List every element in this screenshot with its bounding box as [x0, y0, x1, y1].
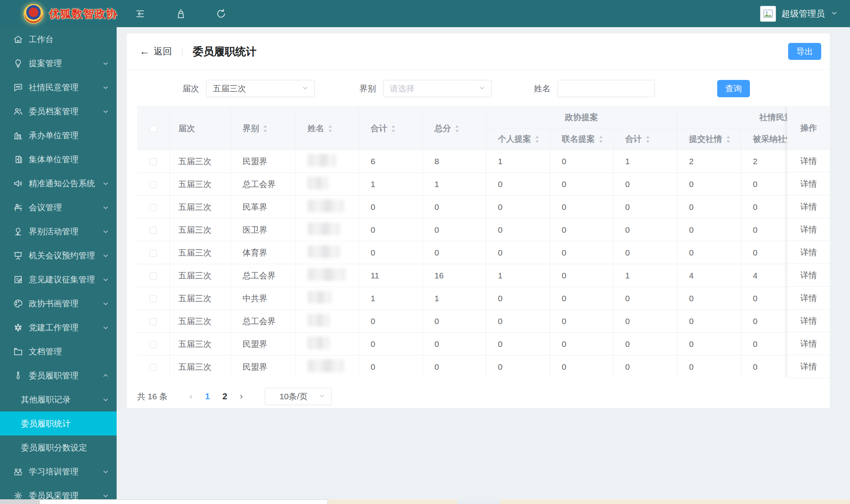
- col-joint-proposal[interactable]: 联名提案: [550, 128, 613, 150]
- row-checkbox[interactable]: [150, 341, 157, 348]
- export-button[interactable]: 导出: [788, 43, 821, 60]
- sidebar-item-label: 社情民意管理: [29, 82, 102, 93]
- detail-link[interactable]: 详情: [787, 150, 830, 172]
- sidebar-item-4[interactable]: 承办单位管理: [0, 123, 117, 147]
- sidebar-item-15[interactable]: 学习培训管理: [0, 460, 117, 484]
- col-submitted-opinion[interactable]: 提交社情: [677, 128, 741, 150]
- row-checkbox[interactable]: [150, 250, 157, 257]
- sidebar-item-5[interactable]: 集体单位管理: [0, 147, 117, 171]
- clean-cache-icon[interactable]: [175, 8, 187, 20]
- sort-icon[interactable]: [534, 135, 540, 144]
- page-number-1[interactable]: 1: [199, 391, 216, 401]
- detail-link[interactable]: 详情: [787, 287, 830, 309]
- detail-link[interactable]: 详情: [787, 309, 830, 332]
- filter-bar: 届次 五届三次 界别 请选择 姓名 查询: [127, 70, 830, 107]
- sidebar-item-9[interactable]: 机关会议预约管理: [0, 243, 117, 267]
- cell-score: 0: [422, 333, 486, 356]
- col-name[interactable]: 姓名: [296, 107, 359, 150]
- detail-link[interactable]: 详情: [787, 241, 830, 264]
- pagination-total: 共 16 条: [137, 391, 167, 402]
- row-checkbox[interactable]: [150, 295, 157, 302]
- col-proposal-total[interactable]: 合计: [613, 128, 677, 150]
- user-menu[interactable]: 超级管理员: [760, 6, 838, 22]
- chevron-down-icon: [301, 84, 309, 94]
- cell-submitted-opinion: 4: [677, 264, 741, 287]
- sidebar-item-11[interactable]: 政协书画管理: [0, 291, 117, 315]
- row-checkbox[interactable]: [150, 158, 157, 165]
- col-total[interactable]: 合计: [359, 107, 422, 150]
- cell-submitted-opinion: 0: [677, 241, 741, 264]
- sidebar-item-8[interactable]: 界别活动管理: [0, 219, 117, 243]
- cell-session: 五届三次: [169, 310, 231, 333]
- sidebar-item-1[interactable]: 提案管理: [0, 51, 117, 75]
- sidebar-item-16[interactable]: 委员风采管理: [0, 484, 117, 499]
- chevron-up-icon: [102, 372, 110, 380]
- cell-sector: 民盟界: [231, 333, 296, 356]
- detail-link[interactable]: 详情: [787, 195, 830, 218]
- collapse-sidebar-icon[interactable]: [135, 8, 147, 20]
- sidebar-item-3[interactable]: 委员档案管理: [0, 99, 117, 123]
- sidebar-item-12[interactable]: 党建工作管理: [0, 315, 117, 339]
- notice-icon: [13, 178, 23, 189]
- sort-icon[interactable]: [725, 135, 731, 144]
- row-checkbox[interactable]: [150, 318, 157, 325]
- stats-table-grid: 届次 界别 姓名 合计 总分 政协提案 社情民意 个人提案 联名提案 合计 提交…: [137, 106, 830, 378]
- sidebar-item-label: 会议管理: [29, 202, 102, 213]
- cell-sector: 民革界: [231, 196, 296, 219]
- cell-session: 五届三次: [169, 264, 231, 287]
- col-group-proposal: 政协提案: [486, 107, 677, 128]
- detail-link[interactable]: 详情: [787, 218, 830, 241]
- cell-sector: 体育界: [231, 241, 296, 264]
- col-sector[interactable]: 界别: [231, 107, 296, 150]
- refresh-icon[interactable]: [215, 8, 227, 20]
- session-select[interactable]: 五届三次: [206, 80, 315, 97]
- sidebar-item-14[interactable]: 委员履职管理: [0, 363, 117, 387]
- row-checkbox[interactable]: [150, 272, 157, 280]
- sidebar: 工作台提案管理社情民意管理委员档案管理承办单位管理集体单位管理精准通知公告系统会…: [0, 27, 117, 499]
- back-button[interactable]: ← 返回: [139, 45, 172, 57]
- page-size-select[interactable]: 10条/页: [265, 388, 332, 405]
- prev-page-icon[interactable]: ‹: [183, 391, 199, 402]
- cell-proposal-total: 0: [613, 333, 677, 356]
- detail-link[interactable]: 详情: [787, 264, 830, 287]
- search-button[interactable]: 查询: [717, 80, 750, 97]
- sort-icon[interactable]: [645, 135, 651, 144]
- select-all-cell: [137, 107, 169, 150]
- sidebar-item-0[interactable]: 工作台: [0, 27, 117, 51]
- next-page-icon[interactable]: ›: [234, 391, 249, 402]
- row-checkbox[interactable]: [150, 204, 157, 211]
- col-personal-proposal[interactable]: 个人提案: [486, 128, 550, 150]
- detail-link[interactable]: 详情: [787, 172, 830, 195]
- sidebar-item-label: 工作台: [29, 34, 110, 45]
- sidebar-subitem-14-2[interactable]: 委员履职分数设定: [0, 435, 117, 460]
- redacted-name: [308, 314, 330, 326]
- select-all-checkbox[interactable]: [150, 125, 157, 132]
- sidebar-item-6[interactable]: 精准通知公告系统: [0, 171, 117, 195]
- name-input[interactable]: [558, 80, 655, 97]
- sidebar-item-2[interactable]: 社情民意管理: [0, 75, 117, 99]
- sector-filter-label: 界别: [359, 83, 376, 94]
- sector-select[interactable]: 请选择: [383, 80, 492, 97]
- sidebar-subitem-14-1[interactable]: 委员履职统计: [0, 411, 117, 435]
- sort-icon[interactable]: [327, 124, 333, 133]
- sort-icon[interactable]: [454, 124, 460, 133]
- sidebar-item-10[interactable]: 意见建议征集管理: [0, 267, 117, 291]
- sort-icon[interactable]: [598, 135, 604, 144]
- row-checkbox[interactable]: [150, 227, 157, 234]
- sidebar-subitem-14-0[interactable]: 其他履职记录: [0, 387, 117, 411]
- detail-link[interactable]: 详情: [787, 332, 830, 355]
- sidebar-item-7[interactable]: 会议管理: [0, 195, 117, 219]
- main-content: ← 返回 委员履职统计 导出 届次 五届三次 界别 请选择 姓名: [117, 27, 850, 499]
- detail-link[interactable]: 详情: [787, 355, 830, 378]
- sidebar-item-13[interactable]: 文档管理: [0, 339, 117, 363]
- cell-sector: 总工会界: [231, 264, 296, 287]
- row-checkbox[interactable]: [150, 181, 157, 188]
- collective-icon: [13, 154, 23, 165]
- cell-total: 0: [359, 356, 422, 378]
- row-checkbox[interactable]: [150, 364, 157, 371]
- page-number-2[interactable]: 2: [216, 391, 234, 401]
- redacted-name: [308, 291, 331, 304]
- col-score[interactable]: 总分: [422, 107, 486, 150]
- sort-icon[interactable]: [391, 124, 396, 133]
- sort-icon[interactable]: [262, 124, 268, 133]
